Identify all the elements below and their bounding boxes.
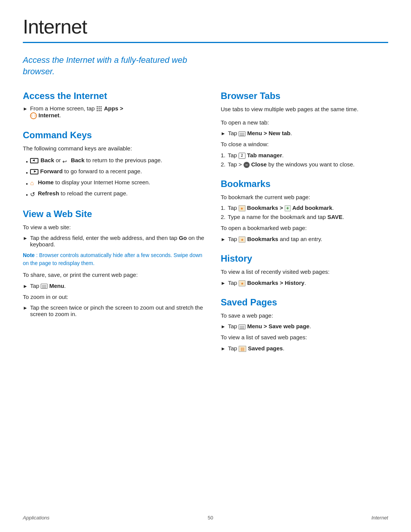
bullet-icon: • [26,192,28,198]
access-internet-step: ► From a Home screen, tap Apps > Interne… [23,105,206,119]
access-internet-heading: Access the Internet [23,91,206,101]
arrow-icon: ► [23,235,28,241]
command-keys-heading: Command Keys [23,130,206,141]
menu-icon [239,324,245,329]
arrow-icon: ► [23,305,28,311]
view-web-site-heading: View a Web Site [23,209,206,219]
bullet-icon: • [26,169,28,176]
footer-center: 50 [208,515,213,521]
title-rule [23,42,388,43]
close-step-1: 1. Tap 2 Tab manager. [221,152,388,159]
section-bookmarks: Bookmarks To bookmark the current web pa… [221,179,388,243]
footer-left: Applications [23,515,49,521]
two-col-layout: Access the Internet ► From a Home screen… [23,91,388,362]
footer: Applications 50 Internet [23,515,388,521]
section-access-internet: Access the Internet ► From a Home screen… [23,91,206,119]
command-key-home: • Home to display your Internet Home scr… [23,179,206,187]
close-step-2: 2. Tap > Close by the windows you want t… [221,161,388,168]
bookmarks-icon [239,280,245,286]
save-step: ► Tap Menu > Save web page. [221,323,388,329]
command-keys-intro: The following command keys are available… [23,144,206,153]
tab-manager-icon: 2 [239,153,245,159]
view-web-site-intro: To view a web site: [23,223,206,232]
left-column: Access the Internet ► From a Home screen… [23,91,206,362]
saved-pages-heading: Saved Pages [221,297,388,308]
footer-right: Internet [371,515,388,521]
arrow-icon: ► [221,324,226,329]
command-key-forward: • Forward to go forward to a recent page… [23,168,206,176]
internet-icon [30,112,37,119]
arrow-icon: ► [221,280,226,286]
history-intro: To view a list of recently visited web p… [221,268,388,276]
menu-icon [239,131,245,136]
back-sw-icon [62,158,69,163]
section-view-web-site: View a Web Site To view a web site: ► Ta… [23,209,206,317]
view-saved-intro: To view a list of saved web pages: [221,333,388,342]
arrow-icon: ► [221,131,226,136]
forward-icon [30,169,38,174]
browser-tabs-heading: Browser Tabs [221,91,388,101]
apps-icon [96,106,102,112]
bookmarks-icon [239,205,245,211]
history-step: ► Tap Bookmarks > History. [221,280,388,286]
arrow-icon: ► [23,106,28,112]
note-label: Note [23,252,35,258]
bookmark-step-1: 1. Tap Bookmarks > Add bookmark. [221,204,388,211]
save-intro: To save a web page: [221,312,388,320]
refresh-icon [30,191,36,197]
bullet-icon: • [26,158,28,165]
home-icon [30,180,36,186]
page: Internet Access the Internet with a full… [0,0,411,532]
bookmarks-icon [239,236,245,243]
section-command-keys: Command Keys The following command keys … [23,130,206,198]
view-saved-step: ► Tap Saved pages. [221,345,388,352]
open-bookmark-intro: To open a bookmarked web page: [221,224,388,233]
command-key-refresh: • Refresh to reload the current page. [23,190,206,198]
intro-text: Access the Internet with a fully-feature… [23,54,194,77]
browser-tabs-intro: Use tabs to view multiple web pages at t… [221,105,388,114]
section-history: History To view a list of recently visit… [221,253,388,286]
open-bookmark-step: ► Tap Bookmarks and tap an entry. [221,236,388,243]
open-tab-intro: To open a new tab: [221,118,388,127]
arrow-icon: ► [221,346,226,351]
access-internet-text: From a Home screen, tap Apps > Internet. [30,105,123,119]
share-intro: To share, save, or print the current web… [23,271,206,280]
back-hw-icon [30,158,38,163]
close-icon [244,162,250,168]
zoom-step: ► Tap the screen twice or pinch the scre… [23,304,206,317]
bookmark-intro: To bookmark the current web page: [221,193,388,202]
history-heading: History [221,253,388,264]
arrow-icon: ► [23,283,28,289]
add-bookmark-icon [285,205,291,211]
bookmarks-heading: Bookmarks [221,179,388,189]
zoom-intro: To zoom in or out: [23,293,206,302]
section-browser-tabs: Browser Tabs Use tabs to view multiple w… [221,91,388,168]
right-column: Browser Tabs Use tabs to view multiple w… [221,91,388,362]
view-web-site-step1: ► Tap the address field, enter the web a… [23,235,206,248]
page-title: Internet [23,15,388,38]
close-window-intro: To close a window: [221,140,388,149]
arrow-icon: ► [221,236,226,242]
internet-label: Internet [38,112,59,118]
menu-icon [41,284,48,289]
share-step: ► Tap Menu. [23,283,206,289]
bullet-icon: • [26,181,28,187]
bookmark-step-2: 2. Type a name for the bookmark and tap … [221,214,388,220]
note-text: Note : Browser controls automatically hi… [23,251,206,267]
saved-pages-icon [239,346,246,352]
open-tab-step: ► Tap Menu > New tab. [221,130,388,136]
command-key-back: • Back or Back to return to the previous… [23,157,206,165]
section-saved-pages: Saved Pages To save a web page: ► Tap Me… [221,297,388,352]
